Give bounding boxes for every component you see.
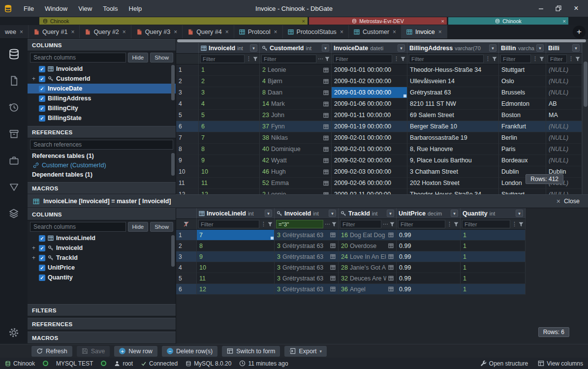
cell-invoiceid[interactable]: 6: [199, 121, 260, 132]
cell-quantity[interactable]: 1: [461, 262, 526, 273]
close-tab-icon[interactable]: ×: [393, 29, 396, 35]
cell-customerid[interactable]: 37Fynn: [260, 121, 332, 132]
cell-quantity[interactable]: 1: [461, 284, 526, 295]
close-group-icon[interactable]: ×: [441, 18, 444, 24]
cell-billingstate[interactable]: (NULL): [546, 132, 582, 144]
column-header-invoicedate[interactable]: InvoiceDatedateti▾: [332, 43, 407, 54]
row-number[interactable]: 10: [176, 166, 199, 178]
filter-menu-icon[interactable]: ⋯: [383, 221, 388, 227]
tab-protocolstatus[interactable]: ProtocolStatus×: [283, 25, 349, 38]
row-number[interactable]: 2: [176, 76, 199, 87]
filter-input-invoicelineid[interactable]: Filter: [198, 220, 259, 228]
column-menu-dropdown[interactable]: ▾: [489, 44, 496, 52]
filter-menu-icon[interactable]: ⋮: [246, 56, 251, 62]
cell-quantity[interactable]: 1: [461, 251, 526, 262]
section-header-filters[interactable]: FILTERS: [28, 304, 176, 316]
checkbox-checked[interactable]: ✓: [39, 275, 45, 281]
filter-funnel-icon[interactable]: [519, 222, 524, 227]
column-header-billingcity[interactable]: BillingCityvarcha▾: [499, 43, 546, 54]
row-number[interactable]: 4: [176, 98, 199, 110]
cell-invoicelineid[interactable]: 11: [197, 273, 275, 284]
column-menu-dropdown[interactable]: ▾: [322, 44, 329, 52]
reset-filters-cell[interactable]: [176, 219, 197, 230]
files-icon[interactable]: [7, 74, 20, 87]
cell-billingaddress[interactable]: Theodor-Heuss-Straße 34: [407, 189, 499, 194]
cell-trackid[interactable]: 28Janie's Got A Gun: [339, 262, 397, 273]
filter-funnel-icon[interactable]: [332, 222, 337, 227]
tab-query-1[interactable]: Query #1×: [29, 25, 80, 38]
checkbox-checked[interactable]: ✓: [39, 235, 45, 242]
section-header-references[interactable]: REFERENCES: [28, 126, 176, 138]
status-root[interactable]: root: [114, 360, 133, 367]
cell-unitprice[interactable]: 0.99: [397, 284, 461, 295]
cell-customerid[interactable]: 23John: [260, 110, 332, 121]
tab-query-4[interactable]: Query #4×: [183, 25, 234, 38]
cell-billingcity[interactable]: Oslo: [499, 76, 546, 87]
cell-invoicedate[interactable]: 2009-02-03 00:00:00: [332, 166, 407, 178]
filter-input-invoicedate[interactable]: Filter: [333, 55, 392, 63]
tab-invoice[interactable]: Invoice×: [402, 25, 447, 38]
refresh-button[interactable]: Refresh: [31, 346, 72, 357]
cell-invoiceid[interactable]: 4: [199, 98, 260, 110]
filter-menu-icon[interactable]: ⋮: [447, 221, 452, 227]
connection-group-chinook-0[interactable]: Chinook×: [39, 17, 308, 25]
cell-billingcity[interactable]: Frankfurt: [499, 121, 546, 132]
cell-customerid[interactable]: 40Dominique: [260, 144, 332, 155]
cell-invoicedate[interactable]: 2009-01-01 00:00:00: [332, 64, 407, 76]
cell-unitprice[interactable]: 0.99: [397, 262, 461, 273]
connection-group-metrostav-evr-dev-1[interactable]: Metrostav-Evr-DEV×: [309, 17, 447, 25]
column-tree-item-billingstate[interactable]: ✓BillingState: [28, 113, 176, 123]
export-button[interactable]: Export▾: [284, 346, 327, 357]
column-menu-dropdown[interactable]: ▾: [536, 44, 544, 52]
cell-billingaddress[interactable]: Ullevålsveien 14: [407, 76, 499, 87]
cell-invoicedate[interactable]: 2009-01-11 00:00:00: [332, 110, 407, 121]
checkbox-checked[interactable]: ✓: [39, 105, 45, 112]
archive-icon[interactable]: [7, 127, 20, 140]
column-menu-dropdown[interactable]: ▾: [451, 210, 458, 217]
cell-billingstate[interactable]: (NULL): [546, 64, 582, 76]
cell-invoiceid[interactable]: 9: [199, 155, 260, 166]
filter-input-billingcity[interactable]: Filter: [500, 55, 531, 63]
cell-customerid[interactable]: 8Daan: [260, 87, 332, 98]
filter-menu-icon[interactable]: ⋮: [568, 56, 574, 62]
column-menu-dropdown[interactable]: ▾: [398, 44, 405, 52]
delete-row-s-button[interactable]: −Delete row(s): [162, 346, 217, 357]
cell-billingcity[interactable]: Paris: [499, 144, 546, 155]
checkbox-checked[interactable]: ✓: [39, 76, 45, 82]
status-open-structure[interactable]: Open structure: [480, 360, 528, 367]
tab-protocol[interactable]: Protocol×: [234, 25, 283, 38]
section-header-columns[interactable]: COLUMNS: [28, 39, 176, 51]
checkbox-checked[interactable]: ✓: [39, 255, 45, 261]
expand-icon[interactable]: +: [31, 254, 36, 261]
cell-customerid[interactable]: 46Hugh: [260, 166, 332, 178]
cell-invoiceid[interactable]: 10: [199, 166, 260, 178]
row-number[interactable]: 5: [176, 110, 199, 121]
column-tree-item-invoicelineid[interactable]: ✓InvoiceLineId: [28, 233, 176, 243]
checkbox-checked[interactable]: ✓: [39, 115, 45, 122]
hide-button[interactable]: Hide: [128, 222, 149, 232]
column-header-billi[interactable]: Billi▾: [546, 43, 582, 54]
menu-view[interactable]: View: [74, 3, 96, 14]
row-number[interactable]: 6: [176, 121, 199, 132]
cell-invoiceid[interactable]: 3: [199, 87, 260, 98]
row-number[interactable]: 6: [176, 284, 197, 295]
filter-funnel-icon[interactable]: [390, 222, 395, 227]
cell-billingstate[interactable]: (NULL): [546, 144, 582, 155]
filter-menu-icon[interactable]: ⋮: [394, 56, 399, 62]
column-tree-item-billingaddress[interactable]: ✓BillingAddress: [28, 93, 176, 103]
save-button[interactable]: Save: [77, 346, 110, 357]
tab-query-2[interactable]: Query #2×: [80, 25, 131, 38]
column-header-trackid[interactable]: TrackIdint▾: [339, 208, 397, 219]
filter-input-unitprice[interactable]: Filter: [398, 220, 445, 228]
column-header-invoiceid[interactable]: InvoiceIdint▾: [199, 43, 260, 54]
row-number[interactable]: 8: [176, 144, 199, 155]
section-header-macros[interactable]: MACROS: [28, 332, 176, 344]
filter-funnel-icon[interactable]: [539, 57, 544, 62]
status-11-minutes-ago[interactable]: 11 minutes ago: [239, 360, 288, 367]
horizontal-scrollbar[interactable]: [176, 39, 588, 43]
cell-quantity[interactable]: 1: [461, 230, 526, 241]
cell-billingcity[interactable]: Brussels: [499, 87, 546, 98]
cell-invoiceid[interactable]: 12: [199, 189, 260, 194]
cell-billingstate[interactable]: (NULL): [546, 189, 582, 194]
cell-billingstate[interactable]: MA: [546, 110, 582, 121]
